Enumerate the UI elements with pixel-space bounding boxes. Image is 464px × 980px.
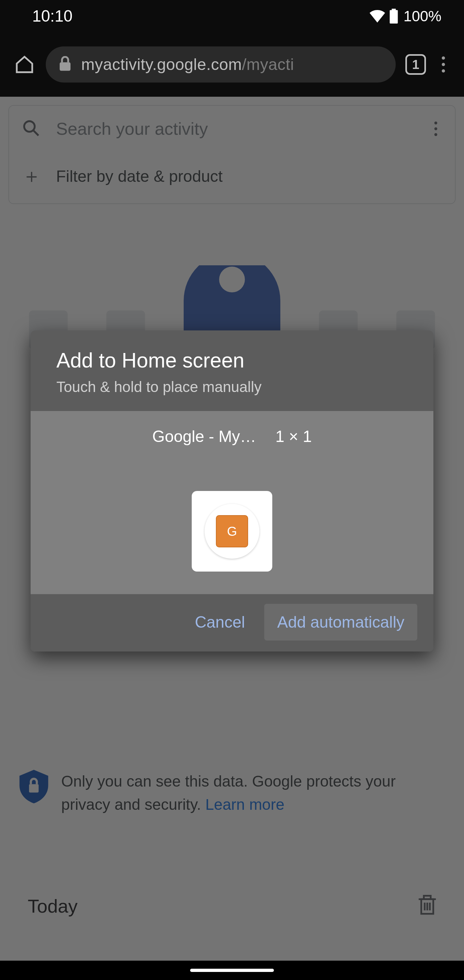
battery-icon — [389, 9, 398, 24]
home-button[interactable] — [13, 53, 36, 76]
gesture-pill[interactable] — [190, 969, 274, 972]
add-automatically-button[interactable]: Add automatically — [264, 604, 417, 641]
status-bar: 10:10 100% — [0, 0, 464, 32]
shortcut-icon: G — [216, 515, 248, 547]
clock-time: 10:10 — [32, 7, 73, 25]
shortcut-name: Google - My… — [153, 427, 256, 446]
browser-toolbar: myactivity.google.com/myacti 1 — [0, 32, 464, 97]
add-to-home-dialog: Add to Home screen Touch & hold to place… — [30, 331, 434, 652]
svg-rect-0 — [390, 10, 398, 24]
status-icons: 100% — [369, 7, 442, 25]
shortcut-preview[interactable]: G — [192, 491, 272, 571]
svg-rect-1 — [392, 9, 396, 11]
address-bar[interactable]: myactivity.google.com/myacti — [46, 46, 396, 83]
cancel-button[interactable]: Cancel — [192, 604, 248, 641]
dialog-actions: Cancel Add automatically — [30, 594, 434, 652]
battery-percent: 100% — [404, 7, 442, 25]
browser-menu-button[interactable] — [435, 56, 451, 73]
wifi-icon — [369, 10, 385, 22]
svg-rect-2 — [60, 62, 71, 71]
shortcut-size: 1 × 1 — [275, 427, 312, 446]
shortcut-info-row: Google - My… 1 × 1 — [43, 427, 421, 446]
dialog-title: Add to Home screen — [56, 348, 408, 372]
url-text: myactivity.google.com/myacti — [81, 55, 294, 74]
lock-icon — [59, 56, 72, 73]
system-nav-bar — [0, 961, 464, 980]
dialog-header: Add to Home screen Touch & hold to place… — [30, 331, 434, 411]
dialog-subtitle: Touch & hold to place manually — [56, 378, 408, 396]
tab-switcher[interactable]: 1 — [405, 54, 426, 75]
dialog-body: Google - My… 1 × 1 G — [30, 411, 434, 594]
